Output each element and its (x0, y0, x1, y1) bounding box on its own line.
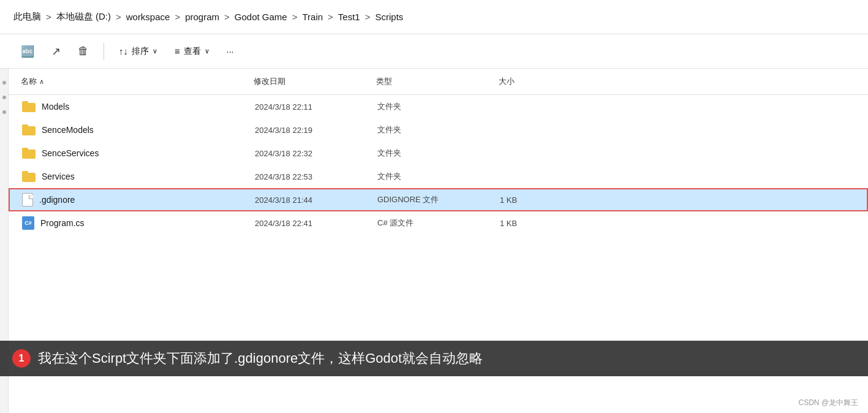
col-type[interactable]: 类型 (371, 74, 494, 89)
pin-dot-3 (2, 110, 6, 114)
more-label: ··· (227, 47, 234, 56)
file-name: .gdignore (39, 195, 75, 205)
folder-icon (22, 148, 36, 159)
file-type: 文件夹 (372, 148, 495, 159)
breadcrumb-separator: > (173, 12, 181, 22)
file-name-cell: Models (17, 101, 250, 112)
file-icon (22, 193, 33, 206)
cs-icon: C# (22, 216, 34, 230)
view-button[interactable]: ≡ 查看 ∨ (168, 42, 216, 61)
breadcrumb-item-scripts[interactable]: Scripts (371, 9, 407, 25)
pin-dot-1 (2, 81, 6, 85)
breadcrumb-item-test1[interactable]: Test1 (334, 9, 364, 25)
breadcrumb-item-this-pc[interactable]: 此电脑 (10, 9, 45, 25)
view-icon: ≡ (175, 46, 180, 56)
pin-dot-2 (2, 96, 6, 99)
folder-icon (22, 171, 36, 182)
file-name-cell: C# Program.cs (17, 216, 250, 230)
folder-icon (22, 101, 36, 112)
breadcrumb-item-godot-game[interactable]: Godot Game (231, 9, 291, 25)
file-modified: 2024/3/18 22:11 (250, 102, 372, 112)
file-modified: 2024/3/18 22:41 (250, 219, 372, 228)
file-type: 文件夹 (372, 171, 495, 182)
divider (104, 43, 104, 60)
file-modified: 2024/3/18 22:53 (250, 172, 372, 181)
file-type: C# 源文件 (372, 218, 495, 229)
file-name: SenceModels (42, 125, 94, 135)
sort-label: 排序 (132, 46, 149, 57)
breadcrumb-separator: > (364, 12, 372, 22)
table-row[interactable]: .gdignore 2024/3/18 21:44 GDIGNORE 文件 1 … (9, 188, 868, 211)
rename-icon: 🔤 (21, 45, 34, 58)
file-name-cell: SenceModels (17, 124, 250, 135)
breadcrumb-item-local-d[interactable]: 本地磁盘 (D:) (53, 9, 115, 25)
breadcrumb-separator: > (291, 12, 299, 22)
breadcrumb-separator: > (223, 12, 231, 22)
file-name: SenceServices (42, 148, 99, 158)
breadcrumb-separator: > (115, 12, 123, 22)
watermark: CSDN @龙中舞王 (798, 398, 858, 408)
sort-button[interactable]: ↑↓ 排序 ∨ (113, 42, 164, 61)
col-modified[interactable]: 修改日期 (249, 74, 371, 89)
sort-icon: ↑↓ (119, 46, 128, 56)
breadcrumb-item-program[interactable]: program (181, 9, 223, 25)
address-bar: 此电脑 > 本地磁盘 (D:) > workspace > program > … (0, 0, 868, 34)
file-rows-container: Models 2024/3/18 22:11 文件夹 SenceModels 2… (9, 95, 868, 235)
delete-button[interactable]: 🗑 (72, 41, 95, 61)
breadcrumb-separator: > (326, 12, 334, 22)
table-row[interactable]: C# Program.cs 2024/3/18 22:41 C# 源文件 1 K… (9, 211, 868, 235)
breadcrumb-separator: > (45, 12, 53, 22)
delete-icon: 🗑 (78, 45, 89, 58)
annotation-overlay: 1 我在这个Scirpt文件夹下面添加了.gdigonore文件，这样Godot… (0, 341, 868, 376)
breadcrumb-item-workspace[interactable]: workspace (123, 9, 174, 25)
file-list-header: 名称 ∧ 修改日期 类型 大小 (9, 69, 868, 95)
table-row[interactable]: SenceServices 2024/3/18 22:32 文件夹 (9, 142, 868, 165)
col-name[interactable]: 名称 ∧ (16, 74, 249, 89)
file-name: Services (42, 172, 75, 181)
file-name-cell: SenceServices (17, 148, 250, 159)
table-row[interactable]: SenceModels 2024/3/18 22:19 文件夹 (9, 118, 868, 142)
view-chevron: ∨ (205, 47, 209, 55)
share-button[interactable]: ↗ (45, 41, 67, 62)
file-name-cell: .gdignore (17, 193, 250, 206)
file-name-cell: Services (17, 171, 250, 182)
file-name: Program.cs (40, 218, 85, 228)
share-icon: ↗ (51, 45, 61, 58)
sort-chevron: ∨ (153, 47, 157, 55)
file-type: 文件夹 (372, 101, 495, 112)
more-button[interactable]: ··· (221, 43, 240, 60)
col-size[interactable]: 大小 (494, 74, 567, 89)
file-name: Models (42, 102, 69, 112)
file-modified: 2024/3/18 21:44 (250, 195, 372, 205)
table-row[interactable]: Models 2024/3/18 22:11 文件夹 (9, 95, 868, 118)
file-type: GDIGNORE 文件 (372, 194, 495, 205)
annotation-badge: 1 (12, 349, 31, 368)
sort-arrow: ∧ (39, 78, 44, 86)
annotation-text: 我在这个Scirpt文件夹下面添加了.gdigonore文件，这样Godot就会… (38, 349, 483, 368)
file-modified: 2024/3/18 22:19 (250, 126, 372, 135)
file-modified: 2024/3/18 22:32 (250, 149, 372, 158)
table-row[interactable]: Services 2024/3/18 22:53 文件夹 (9, 165, 868, 188)
view-label: 查看 (184, 46, 201, 57)
file-size: 1 KB (495, 219, 568, 228)
file-size: 1 KB (495, 195, 568, 205)
folder-icon (22, 124, 36, 135)
breadcrumb-item-train[interactable]: Train (298, 9, 326, 25)
file-type: 文件夹 (372, 124, 495, 135)
rename-button[interactable]: 🔤 (15, 41, 40, 62)
toolbar: 🔤 ↗ 🗑 ↑↓ 排序 ∨ ≡ 查看 ∨ ··· (0, 34, 868, 69)
